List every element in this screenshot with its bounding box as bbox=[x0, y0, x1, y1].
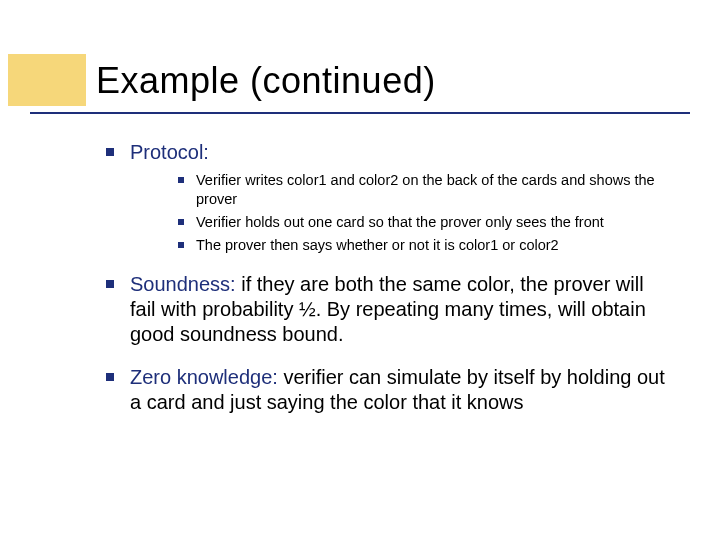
zero-knowledge-label: Zero knowledge: bbox=[130, 366, 278, 388]
soundness-label: Soundness: bbox=[130, 273, 236, 295]
bullet-zero-knowledge: Zero knowledge: verifier can simulate by… bbox=[96, 365, 674, 415]
slide-title: Example (continued) bbox=[96, 60, 436, 102]
bullet-protocol-label: Protocol: bbox=[130, 141, 209, 163]
bullet-protocol: Protocol: Verifier writes color1 and col… bbox=[96, 140, 674, 254]
title-underline bbox=[30, 112, 690, 114]
protocol-step-3: The prover then says whether or not it i… bbox=[170, 236, 674, 255]
content-area: Protocol: Verifier writes color1 and col… bbox=[96, 140, 674, 433]
bullet-soundness: Soundness: if they are both the same col… bbox=[96, 272, 674, 347]
protocol-sublist: Verifier writes color1 and color2 on the… bbox=[130, 171, 674, 254]
accent-block bbox=[8, 54, 86, 106]
protocol-step-1: Verifier writes color1 and color2 on the… bbox=[170, 171, 674, 209]
protocol-step-2: Verifier holds out one card so that the … bbox=[170, 213, 674, 232]
slide: Example (continued) Protocol: Verifier w… bbox=[0, 0, 720, 540]
